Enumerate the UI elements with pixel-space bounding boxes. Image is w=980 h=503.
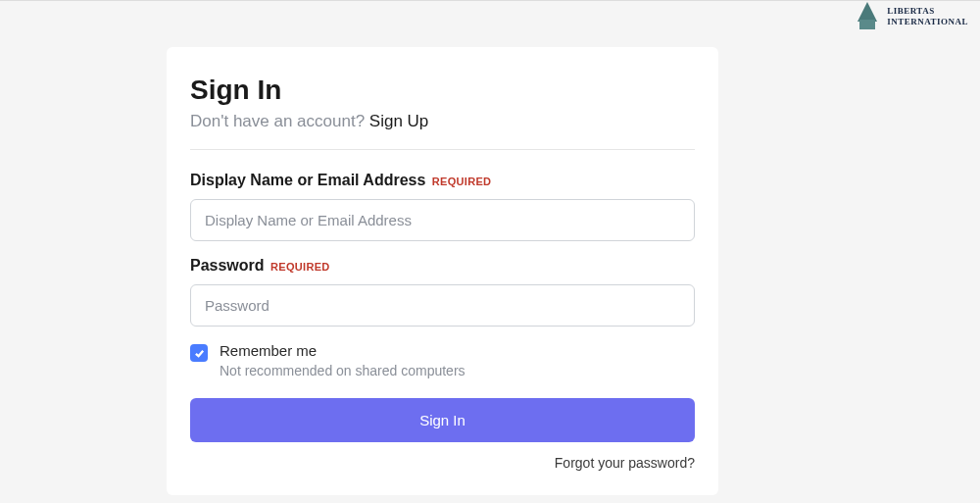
remember-label: Remember me (220, 342, 466, 359)
password-label-text: Password (190, 257, 265, 274)
liberty-statue-icon (822, 2, 881, 31)
username-label: Display Name or Email Address REQUIRED (190, 172, 695, 189)
forgot-password-link[interactable]: Forgot your password? (555, 455, 695, 471)
remember-row: Remember me Not recommended on shared co… (190, 342, 695, 378)
brand-name-line2: INTERNATIONAL (887, 17, 968, 27)
username-required-tag: REQUIRED (432, 176, 491, 187)
remember-hint: Not recommended on shared computers (220, 363, 466, 378)
password-label: Password REQUIRED (190, 257, 695, 275)
forgot-row: Forgot your password? (190, 454, 695, 472)
signup-prompt-row: Don't have an account? Sign Up (190, 112, 695, 131)
brand-name-line1: LIBERTAS (887, 6, 968, 17)
signin-button[interactable]: Sign In (190, 398, 695, 442)
password-required-tag: REQUIRED (270, 261, 329, 273)
username-input[interactable] (190, 199, 695, 241)
remember-checkbox[interactable] (190, 344, 208, 362)
password-field-group: Password REQUIRED (190, 257, 695, 327)
remember-texts: Remember me Not recommended on shared co… (220, 342, 466, 378)
brand-logo[interactable]: LIBERTAS INTERNATIONAL (822, 2, 968, 31)
divider (190, 149, 695, 150)
top-border (0, 0, 980, 1)
signin-card: Sign In Don't have an account? Sign Up D… (167, 47, 718, 495)
page-title: Sign In (190, 75, 695, 106)
check-icon (194, 348, 205, 359)
username-label-text: Display Name or Email Address (190, 172, 425, 188)
password-input[interactable] (190, 284, 695, 327)
signup-prompt-text: Don't have an account? (190, 112, 369, 130)
signup-link[interactable]: Sign Up (369, 112, 428, 130)
username-field-group: Display Name or Email Address REQUIRED (190, 172, 695, 241)
brand-name: LIBERTAS INTERNATIONAL (887, 6, 968, 27)
